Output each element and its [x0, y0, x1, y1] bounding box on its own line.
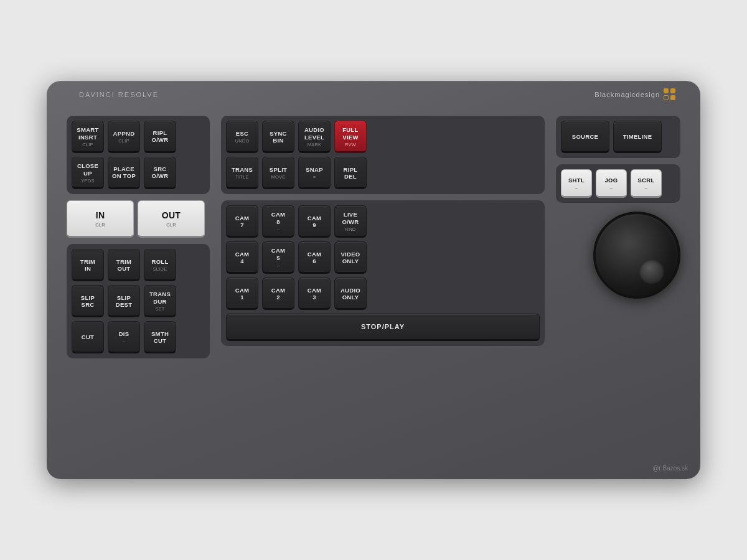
right-bottom [556, 209, 680, 459]
jog-wheel[interactable] [593, 212, 680, 299]
place-on-top-key[interactable]: PLACEON TOP [108, 157, 140, 189]
split-key[interactable]: SPLIT MOVE [262, 157, 294, 189]
right-section: SOURCE TIMELINE SHTL – [556, 116, 680, 459]
cam2-key[interactable]: CAM2 [262, 278, 294, 310]
cam-row1: CAM7 CAM8 – CAM9 LIVEO/WR RND [226, 205, 540, 238]
trim-row1: TRIMIN TRIMOUT ROLL SLIDE [72, 249, 205, 281]
scroll-wheel-area [593, 212, 680, 299]
smth-cut-key[interactable]: SMTHCUT [144, 321, 176, 353]
out-key[interactable]: OUT CLR [138, 200, 205, 238]
cam1-key[interactable]: CAM1 [226, 278, 258, 310]
dis-key[interactable]: DIS – [108, 321, 140, 353]
jog-key[interactable]: JOG – [596, 169, 627, 198]
jog-group: SHTL – JOG – SCRL – [556, 164, 680, 203]
ripl-owr-key[interactable]: RIPLO/WR [144, 121, 176, 153]
cam3-key[interactable]: CAM3 [298, 278, 331, 310]
trans-dur-key[interactable]: TRANSDUR SET [144, 285, 176, 317]
audio-only-key[interactable]: AUDIOONLY [334, 278, 367, 310]
esc-key[interactable]: ESC UNDO [226, 121, 258, 153]
cam4-key[interactable]: CAM4 [226, 241, 258, 274]
in-key[interactable]: IN CLR [67, 200, 134, 238]
davinci-brand: DAVINCI RESOLVE [79, 91, 159, 98]
slip-dest-key[interactable]: SLIPDEST [108, 285, 140, 317]
center-section: ESC UNDO SYNCBIN AUDIOLEVEL MARK FULLVIE… [221, 116, 545, 459]
shuttle-key[interactable]: SHTL – [561, 169, 592, 198]
appnd-key[interactable]: APPND CLIP [108, 121, 140, 153]
blackmagic-logo: Blackmagicdesign [594, 88, 675, 100]
edit-row1: ESC UNDO SYNCBIN AUDIOLEVEL MARK FULLVIE… [226, 121, 540, 153]
cam-group: CAM7 CAM8 – CAM9 LIVEO/WR RND [221, 200, 545, 346]
watermark: @( Bazos.sk [652, 465, 688, 472]
blackmagic-text: Blackmagicdesign [594, 91, 660, 98]
cut-key[interactable]: CUT [72, 321, 104, 353]
source-timeline-row: SOURCE TIMELINE [561, 121, 675, 153]
trans-key[interactable]: TRANS TITLE [226, 157, 258, 189]
live-owr-key[interactable]: LIVEO/WR RND [334, 205, 367, 238]
trim-out-key[interactable]: TRIMOUT [108, 249, 140, 281]
smart-insert-group: SMARTINSRT CLIP APPND CLIP RIPLO/WR CLOS… [67, 116, 210, 194]
dot-3 [664, 95, 669, 100]
timeline-key[interactable]: TIMELINE [613, 121, 662, 153]
cam7-key[interactable]: CAM7 [226, 205, 258, 238]
stopplay-row: STOP/PLAY [226, 314, 540, 341]
keyboard-body: DAVINCI RESOLVE Blackmagicdesign SMARTIN… [47, 81, 700, 479]
right-top: SOURCE TIMELINE SHTL – [556, 116, 680, 203]
in-out-row: IN CLR OUT CLR [67, 200, 210, 238]
cam9-key[interactable]: CAM9 [298, 205, 331, 238]
trim-row2: SLIPSRC SLIPDEST TRANSDUR SET [72, 285, 205, 317]
edit-row2: TRANS TITLE SPLIT MOVE SNAP ≡ RIPLDEL [226, 157, 540, 189]
jog-wheel-inner [639, 259, 664, 284]
dot-4 [670, 95, 675, 100]
full-view-key[interactable]: FULLVIEW RVW [334, 121, 367, 153]
source-timeline-group: SOURCE TIMELINE [556, 116, 680, 158]
cam-row3: CAM1 CAM2 CAM3 AUDIOONLY [226, 278, 540, 310]
jog-row: SHTL – JOG – SCRL – [561, 169, 675, 198]
video-only-key[interactable]: VIDEOONLY [334, 241, 367, 274]
cam8-key[interactable]: CAM8 – [262, 205, 294, 238]
dot-2 [670, 88, 675, 93]
top-left-row1: SMARTINSRT CLIP APPND CLIP RIPLO/WR [72, 121, 205, 153]
cam-row2: CAM4 CAM5 – CAM6 VIDEOONLY [226, 241, 540, 274]
smart-insrt-key[interactable]: SMARTINSRT CLIP [72, 121, 104, 153]
dot-1 [664, 88, 669, 93]
cam6-key[interactable]: CAM6 [298, 241, 331, 274]
src-owr-key[interactable]: SRCO/WR [144, 157, 176, 189]
roll-key[interactable]: ROLL SLIDE [144, 249, 176, 281]
scroll-key[interactable]: SCRL – [631, 169, 662, 198]
trim-in-key[interactable]: TRIMIN [72, 249, 104, 281]
slip-src-key[interactable]: SLIPSRC [72, 285, 104, 317]
trim-row3: CUT DIS – SMTHCUT [72, 321, 205, 353]
trim-group: TRIMIN TRIMOUT ROLL SLIDE SLIPSRC [67, 244, 210, 358]
ripl-del-key[interactable]: RIPLDEL [334, 157, 367, 189]
edit-group: ESC UNDO SYNCBIN AUDIOLEVEL MARK FULLVIE… [221, 116, 545, 194]
top-left-row2: CLOSEUP YPOS PLACEON TOP SRCO/WR [72, 157, 205, 189]
sync-bin-key[interactable]: SYNCBIN [262, 121, 294, 153]
left-section: SMARTINSRT CLIP APPND CLIP RIPLO/WR CLOS… [67, 116, 210, 459]
snap-key[interactable]: SNAP ≡ [298, 157, 331, 189]
close-up-key[interactable]: CLOSEUP YPOS [72, 157, 104, 189]
brand-dots [664, 88, 675, 100]
source-key[interactable]: SOURCE [561, 121, 609, 153]
cam5-key[interactable]: CAM5 – [262, 241, 294, 274]
stopplay-key[interactable]: STOP/PLAY [226, 314, 540, 341]
audio-level-key[interactable]: AUDIOLEVEL MARK [298, 121, 331, 153]
